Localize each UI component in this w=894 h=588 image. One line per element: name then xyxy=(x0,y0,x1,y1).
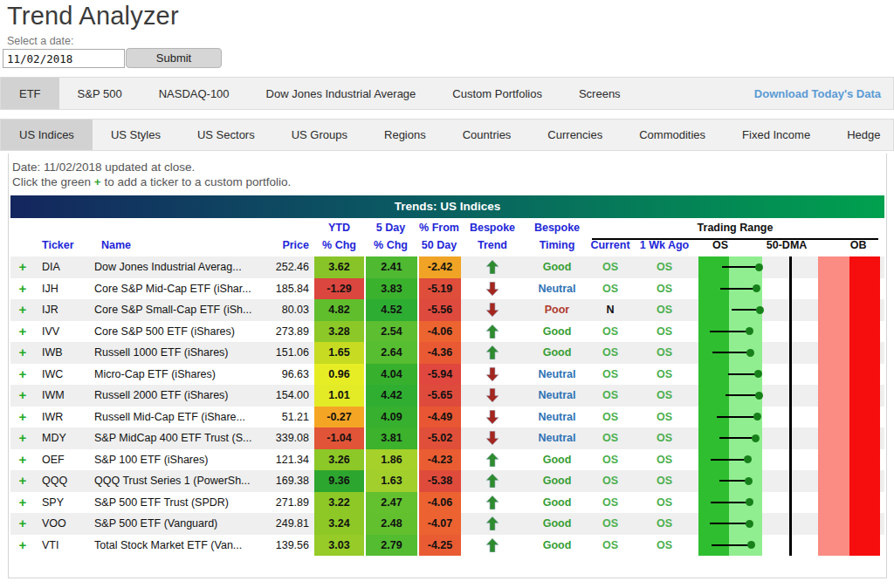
subtab-us-styles[interactable]: US Styles xyxy=(93,120,179,150)
timing-cell: Good xyxy=(524,449,590,471)
add-ticker-button[interactable]: + xyxy=(10,492,35,514)
hint-suffix: to add a ticker to a custom portfolio. xyxy=(101,175,292,188)
table-row: +IJRCore S&P Small-Cap ETF (iSh...80.034… xyxy=(10,299,884,321)
ytd-change-cell: 0.96 xyxy=(314,364,364,386)
page-title: Trend Analyzer xyxy=(7,2,179,31)
trend-down-arrow-icon xyxy=(461,364,524,386)
week-ago-status-cell: OS xyxy=(630,385,698,407)
range-marker-tail xyxy=(719,437,755,439)
five-day-change-cell: 1.86 xyxy=(364,449,417,471)
subtab-us-groups[interactable]: US Groups xyxy=(273,120,366,150)
name-cell: Core S&P 500 ETF (iShares) xyxy=(94,321,264,343)
add-ticker-button[interactable]: + xyxy=(10,321,35,343)
table-row: +IWBRussell 1000 ETF (iShares)151.061.65… xyxy=(10,342,884,364)
ticker-cell: IWC xyxy=(35,364,94,386)
add-ticker-button[interactable]: + xyxy=(10,278,35,300)
timing-cell: Good xyxy=(524,513,590,535)
name-cell: S&P 500 ETF (Vanguard) xyxy=(94,513,264,535)
ytd-change-cell: 1.65 xyxy=(314,342,364,364)
table-header-line2: Ticker Name Price % Chg % Chg 50 Day Tre… xyxy=(10,236,884,256)
range-marker-tail xyxy=(722,266,759,268)
week-ago-status-cell: OS xyxy=(630,449,698,471)
range-marker-tail xyxy=(710,523,749,524)
ytd-change-cell: 3.03 xyxy=(314,535,364,557)
range-marker-dot xyxy=(753,284,760,292)
five-day-change-cell: 2.48 xyxy=(364,513,417,535)
tab-custom-portfolios[interactable]: Custom Portfolios xyxy=(434,78,560,109)
submit-button[interactable]: Submit xyxy=(126,48,222,68)
subtab-commodities[interactable]: Commodities xyxy=(621,120,724,150)
timing-cell: Good xyxy=(524,342,590,364)
download-data-link[interactable]: Download Today's Data xyxy=(742,78,893,109)
price-cell: 96.63 xyxy=(264,364,314,386)
tab-nasdaq-100[interactable]: NASDAQ-100 xyxy=(141,78,248,109)
tab-dow-jones-industrial-average[interactable]: Dow Jones Industrial Average xyxy=(248,78,435,109)
add-ticker-button[interactable]: + xyxy=(10,407,35,428)
current-status-cell: OS xyxy=(590,513,630,535)
subtab-fixed-income[interactable]: Fixed Income xyxy=(724,120,829,150)
timing-cell: Good xyxy=(524,492,590,514)
trading-range-cell xyxy=(698,427,880,449)
add-ticker-button[interactable]: + xyxy=(10,427,35,449)
ytd-change-cell: 4.82 xyxy=(314,299,364,321)
tab-s-p-500[interactable]: S&P 500 xyxy=(59,78,141,109)
five-day-change-cell: 4.52 xyxy=(364,299,417,321)
subtab-currencies[interactable]: Currencies xyxy=(529,120,621,150)
add-ticker-button[interactable]: + xyxy=(10,513,35,535)
week-ago-status-cell: OS xyxy=(630,535,698,557)
price-cell: 121.34 xyxy=(264,449,314,471)
add-ticker-button[interactable]: + xyxy=(10,385,35,407)
dma-line xyxy=(789,407,792,428)
col-name-header[interactable]: Name xyxy=(94,236,264,256)
tab-etf[interactable]: ETF xyxy=(1,78,59,109)
col-ticker-header[interactable]: Ticker xyxy=(35,236,94,256)
col-current-header[interactable]: Current xyxy=(590,236,630,256)
from-50dma-cell: -5.19 xyxy=(417,278,461,300)
from-50dma-cell: -4.49 xyxy=(417,407,461,428)
subtab-countries[interactable]: Countries xyxy=(444,120,530,150)
range-marker-dot xyxy=(746,327,753,335)
range-marker-dot xyxy=(753,413,761,420)
add-ticker-button[interactable]: + xyxy=(10,364,35,386)
range-marker-tail xyxy=(712,352,750,353)
ticker-cell: IVV xyxy=(35,321,94,343)
os-label: OS xyxy=(712,236,728,255)
add-ticker-button[interactable]: + xyxy=(10,470,35,492)
dma-line xyxy=(789,342,792,364)
date-input[interactable] xyxy=(3,49,125,68)
add-ticker-button[interactable]: + xyxy=(10,256,35,278)
price-cell: 249.81 xyxy=(264,513,314,535)
subtab-regions[interactable]: Regions xyxy=(366,120,444,150)
range-marker-tail xyxy=(710,331,749,332)
add-ticker-button[interactable]: + xyxy=(10,299,35,321)
timing-cell: Neutral xyxy=(524,278,590,300)
from-50dma-cell: -2.42 xyxy=(417,256,461,278)
range-marker-tail xyxy=(711,502,749,503)
ticker-cell: OEF xyxy=(35,449,94,471)
col-wkago-header[interactable]: 1 Wk Ago xyxy=(630,236,698,256)
range-marker-tail xyxy=(712,544,751,546)
add-ticker-button[interactable]: + xyxy=(10,535,35,557)
range-marker-tail xyxy=(726,394,759,396)
name-cell: Core S&P Small-Cap ETF (iSh... xyxy=(94,299,264,321)
update-status-text: Date: 11/02/2018 updated at close. xyxy=(12,161,886,174)
name-cell: Russell Mid-Cap ETF (iShare... xyxy=(94,407,264,428)
five-day-change-cell: 1.63 xyxy=(364,470,417,492)
tab-screens[interactable]: Screens xyxy=(560,78,639,109)
col-price-header[interactable]: Price xyxy=(264,236,314,256)
ticker-cell: SPY xyxy=(35,492,94,514)
dma-label: 50-DMA xyxy=(767,236,808,255)
ticker-cell: IJH xyxy=(35,278,94,300)
subtab-us-sectors[interactable]: US Sectors xyxy=(179,120,273,150)
week-ago-status-cell: OS xyxy=(630,299,698,321)
week-ago-status-cell: OS xyxy=(630,407,698,428)
ticker-cell: IJR xyxy=(35,299,94,321)
ticker-cell: MDY xyxy=(35,427,94,449)
ytd-change-cell: 1.01 xyxy=(314,385,364,407)
subtab-hedge[interactable]: Hedge xyxy=(829,120,894,150)
add-ticker-button[interactable]: + xyxy=(10,342,35,364)
add-ticker-button[interactable]: + xyxy=(10,449,35,471)
timing-cell: Good xyxy=(524,470,590,492)
subtab-us-indices[interactable]: US Indices xyxy=(1,120,93,150)
range-marker-dot xyxy=(752,434,760,442)
